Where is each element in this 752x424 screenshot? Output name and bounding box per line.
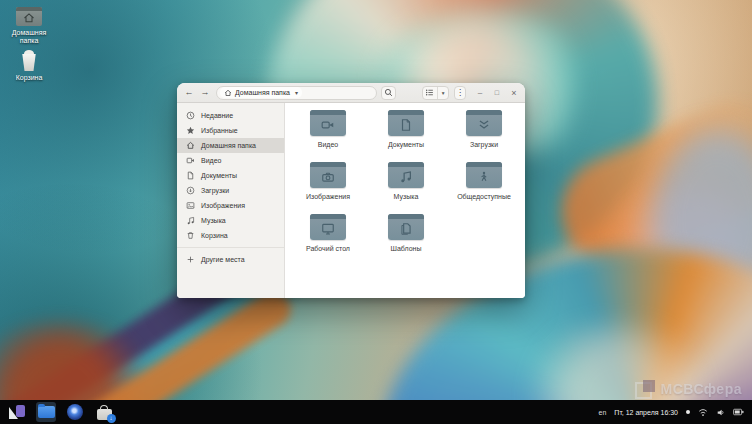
taskbar-apps: ↓ — [0, 402, 114, 422]
folder-icon — [310, 214, 346, 240]
folder-label: Шаблоны — [391, 245, 422, 252]
folder-item-documents[interactable]: Документы — [367, 110, 445, 162]
browser-app-button[interactable] — [65, 402, 85, 422]
folder-label: Видео — [318, 141, 338, 148]
desktop-screen: МСВСфера Домашняя папка Корзина ← → — [0, 0, 752, 424]
sidebar-item-trash[interactable]: Корзина — [177, 228, 284, 243]
location-label: Домашняя папка — [235, 89, 290, 96]
folder-item-downloads[interactable]: Загрузки — [445, 110, 523, 162]
folder-label: Загрузки — [470, 141, 498, 148]
sidebar-item-label: Домашняя папка — [201, 142, 256, 149]
kebab-menu-icon: ⋮ — [456, 88, 464, 97]
chevron-down-icon: ▾ — [442, 90, 445, 96]
software-center-button[interactable]: ↓ — [94, 402, 114, 422]
person-walking-emblem-icon — [478, 169, 491, 184]
folder-item-templates[interactable]: Шаблоны — [367, 214, 445, 266]
power-button[interactable] — [733, 408, 744, 416]
folder-grid: Видео Документы — [289, 110, 523, 266]
browser-icon — [67, 404, 83, 420]
sidebar-item-videos[interactable]: Видео — [177, 153, 284, 168]
templates-emblem-icon — [399, 221, 413, 236]
view-toggle-group: ▾ — [422, 86, 449, 100]
desktop-icon-home-folder[interactable]: Домашняя папка — [0, 7, 58, 45]
taskbar: ↓ en Пт, 12 апреля 16:30 — [0, 400, 752, 424]
sidebar-item-label: Документы — [201, 172, 237, 179]
home-icon — [186, 141, 195, 150]
search-button[interactable] — [381, 86, 396, 100]
folder-item-desktop[interactable]: Рабочий стол — [289, 214, 367, 266]
document-emblem-icon — [399, 117, 413, 132]
maximize-button[interactable]: □ — [492, 87, 502, 99]
sidebar-item-other-places[interactable]: Другие места — [177, 252, 284, 267]
folder-item-videos[interactable]: Видео — [289, 110, 367, 162]
folder-label: Общедоступные — [457, 193, 511, 200]
folder-icon — [310, 110, 346, 136]
start-menu-button[interactable] — [7, 402, 27, 422]
folder-icon — [388, 110, 424, 136]
files-app-icon — [38, 406, 55, 418]
list-view-icon — [425, 88, 434, 97]
path-bar[interactable]: Домашняя папка ▾ — [216, 86, 377, 100]
volume-button[interactable] — [716, 408, 725, 417]
chevron-down-icon: ▾ — [295, 89, 298, 96]
sidebar-item-pictures[interactable]: Изображения — [177, 198, 284, 213]
desktop-icon-trash[interactable]: Корзина — [0, 50, 58, 82]
monitor-emblem-icon — [320, 222, 336, 236]
folder-item-music[interactable]: Музыка — [367, 162, 445, 214]
folder-item-public[interactable]: Общедоступные — [445, 162, 523, 214]
update-badge: ↓ — [107, 414, 116, 423]
sidebar: Недавние Избранные Домашняя папка — [177, 103, 285, 298]
sidebar-item-starred[interactable]: Избранные — [177, 123, 284, 138]
sidebar-item-label: Изображения — [201, 202, 245, 209]
plus-icon — [186, 255, 195, 264]
desktop-icon-label: Домашняя папка — [3, 29, 55, 45]
star-icon — [186, 126, 195, 135]
files-app-button[interactable] — [36, 402, 56, 422]
forward-button[interactable]: → — [199, 86, 211, 99]
speaker-icon — [716, 408, 725, 417]
sidebar-item-label: Корзина — [201, 232, 228, 239]
view-mode-button[interactable] — [423, 87, 438, 99]
folder-label: Документы — [388, 141, 424, 148]
close-button[interactable]: × — [509, 87, 519, 99]
window-body: Недавние Избранные Домашняя папка — [177, 103, 525, 298]
folder-label: Рабочий стол — [306, 245, 350, 252]
clock[interactable]: Пт, 12 апреля 16:30 — [614, 409, 678, 416]
window-controls: – □ × — [475, 87, 519, 99]
folder-item-pictures[interactable]: Изображения — [289, 162, 367, 214]
clock-icon — [186, 111, 195, 120]
notification-dot-icon — [686, 410, 690, 414]
folder-icon — [466, 162, 502, 188]
minimize-button[interactable]: – — [475, 87, 485, 99]
nav-buttons: ← → — [183, 86, 211, 99]
sidebar-item-recent[interactable]: Недавние — [177, 108, 284, 123]
software-bag-icon: ↓ — [97, 409, 112, 420]
music-note-icon — [186, 216, 195, 225]
sidebar-item-label: Избранные — [201, 127, 238, 134]
menu-button[interactable]: ⋮ — [454, 86, 466, 100]
sidebar-item-home[interactable]: Домашняя папка — [177, 138, 284, 153]
wifi-button[interactable] — [698, 408, 708, 417]
sidebar-item-documents[interactable]: Документы — [177, 168, 284, 183]
camera-emblem-icon — [320, 170, 337, 184]
wifi-icon — [698, 408, 708, 417]
document-icon — [186, 171, 195, 180]
trash-icon — [19, 50, 39, 71]
view-options-button[interactable]: ▾ — [438, 87, 448, 99]
folder-label: Изображения — [306, 193, 350, 200]
system-tray: en Пт, 12 апреля 16:30 — [599, 408, 752, 417]
sidebar-item-downloads[interactable]: Загрузки — [177, 183, 284, 198]
sidebar-item-music[interactable]: Музыка — [177, 213, 284, 228]
back-button[interactable]: ← — [183, 86, 195, 99]
path-chip[interactable]: Домашняя папка ▾ — [220, 87, 302, 98]
file-view: Видео Документы — [285, 103, 525, 298]
desktop-icon-label: Корзина — [16, 74, 43, 82]
image-icon — [186, 201, 195, 210]
keyboard-layout-indicator[interactable]: en — [599, 409, 607, 416]
folder-label: Музыка — [394, 193, 419, 200]
search-icon — [384, 88, 393, 97]
os-watermark-text: МСВСфера — [661, 381, 742, 397]
video-icon — [186, 156, 195, 165]
sidebar-item-label: Загрузки — [201, 187, 229, 194]
sidebar-item-label: Другие места — [201, 256, 245, 263]
